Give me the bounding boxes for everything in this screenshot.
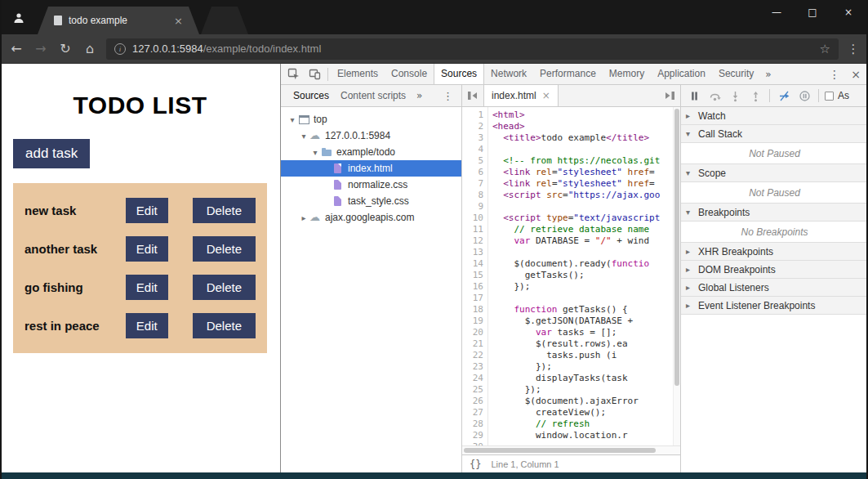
- devtools-tab[interactable]: Application: [651, 64, 712, 84]
- code-line[interactable]: $.getJSON(DATABASE +: [492, 316, 680, 327]
- browser-tab[interactable]: todo example ×: [38, 7, 199, 34]
- section-header[interactable]: ▸ Watch: [681, 107, 868, 125]
- line-number[interactable]: 17: [462, 293, 483, 304]
- devtools-tab[interactable]: Network: [484, 64, 533, 84]
- back-icon[interactable]: ←: [8, 41, 24, 56]
- delete-button[interactable]: Delete: [193, 236, 256, 262]
- maximize-button[interactable]: □: [795, 0, 830, 25]
- code-line[interactable]: <title>todo example</title>: [492, 132, 680, 144]
- code-line[interactable]: $(result.rows).ea: [492, 338, 680, 350]
- code-line[interactable]: function getTasks() {: [492, 304, 680, 316]
- more-tabs-icon[interactable]: »: [760, 69, 776, 80]
- tab-content-scripts[interactable]: Content scripts: [335, 85, 412, 106]
- code-line[interactable]: [492, 293, 680, 304]
- tree-item[interactable]: ▾ example/todo: [281, 144, 461, 160]
- navigator-menu-icon[interactable]: ⋮: [438, 90, 458, 102]
- code-line[interactable]: <html>: [492, 110, 680, 121]
- section-header[interactable]: ▸ XHR Breakpoints: [681, 243, 868, 261]
- file-tab-close-icon[interactable]: ×: [542, 90, 550, 101]
- devtools-tab[interactable]: Performance: [533, 64, 603, 84]
- edit-button[interactable]: Edit: [126, 198, 168, 223]
- step-over-icon[interactable]: [706, 87, 723, 105]
- toggle-navigator-icon[interactable]: [462, 85, 483, 106]
- pause-script-icon[interactable]: [685, 87, 703, 105]
- address-bar[interactable]: i 127.0.0.1:5984/example/todo/index.html…: [106, 38, 839, 60]
- reload-icon[interactable]: ↻: [57, 41, 73, 56]
- line-number[interactable]: 6: [462, 167, 483, 178]
- inspect-element-icon[interactable]: [283, 64, 304, 84]
- line-number[interactable]: 10: [462, 213, 483, 224]
- line-number[interactable]: 29: [462, 430, 483, 441]
- checkbox[interactable]: [825, 92, 834, 101]
- code-line[interactable]: [492, 247, 680, 258]
- line-number[interactable]: 21: [462, 338, 483, 350]
- bookmark-star-icon[interactable]: ☆: [820, 42, 830, 56]
- horizontal-scrollbar[interactable]: [462, 445, 680, 454]
- section-header[interactable]: ▾ Scope: [681, 164, 868, 182]
- code-line[interactable]: <script src="https://ajax.goo: [492, 190, 680, 201]
- tab-sources[interactable]: Sources: [287, 85, 335, 106]
- line-number[interactable]: 19: [462, 316, 483, 327]
- line-number[interactable]: 2: [462, 121, 483, 132]
- section-header[interactable]: ▸ Global Listeners: [681, 279, 868, 297]
- devtools-close-icon[interactable]: ×: [845, 64, 866, 84]
- tree-item[interactable]: ▸ ajax.googleapis.com: [281, 209, 461, 226]
- scrollbar-thumb[interactable]: [674, 109, 679, 386]
- code-line[interactable]: <!-- from https://necolas.git: [492, 155, 680, 167]
- line-number[interactable]: 8: [462, 190, 483, 201]
- code-line[interactable]: <link rel="stylesheet" href=: [492, 178, 680, 190]
- code-line[interactable]: // retrieve database name: [492, 224, 680, 235]
- code-line[interactable]: <head>: [492, 121, 680, 132]
- code-line[interactable]: });: [492, 281, 680, 293]
- line-number[interactable]: 25: [462, 384, 483, 396]
- tree-item[interactable]: ▾ 127.0.0.1:5984: [281, 128, 461, 144]
- line-number[interactable]: 22: [462, 350, 483, 361]
- code-line[interactable]: displayTasks(task: [492, 373, 680, 384]
- code-line[interactable]: var tasks = [];: [492, 327, 680, 338]
- code-line[interactable]: $(document).ajaxError: [492, 396, 680, 407]
- step-out-icon[interactable]: [746, 87, 764, 105]
- close-button[interactable]: ×: [830, 0, 866, 25]
- async-checkbox[interactable]: As: [825, 90, 849, 101]
- code-line[interactable]: createView();: [492, 407, 680, 419]
- delete-button[interactable]: Delete: [193, 198, 256, 223]
- tab-close-icon[interactable]: ×: [174, 15, 183, 27]
- line-number[interactable]: 27: [462, 407, 483, 419]
- disclosure-arrow-icon[interactable]: ▸: [299, 213, 309, 222]
- line-number[interactable]: 16: [462, 281, 483, 293]
- code-line[interactable]: [492, 201, 680, 213]
- line-number[interactable]: 12: [462, 235, 483, 247]
- line-number[interactable]: 23: [462, 361, 483, 373]
- line-number[interactable]: 18: [462, 304, 483, 316]
- line-number[interactable]: 3: [462, 132, 483, 144]
- code-line[interactable]: });: [492, 361, 680, 373]
- vertical-scrollbar[interactable]: [673, 107, 680, 445]
- devtools-menu-icon[interactable]: ⋮: [824, 64, 845, 84]
- device-toolbar-icon[interactable]: [304, 64, 325, 84]
- line-number[interactable]: 4: [462, 144, 483, 155]
- line-number[interactable]: 15: [462, 270, 483, 281]
- code-editor[interactable]: 1234567891011121314151617181920212223242…: [462, 107, 680, 445]
- line-number[interactable]: 26: [462, 396, 483, 407]
- devtools-tab[interactable]: Sources: [434, 64, 484, 84]
- disclosure-arrow-icon[interactable]: ▾: [299, 132, 309, 141]
- code-line[interactable]: getTasks();: [492, 270, 680, 281]
- delete-button[interactable]: Delete: [193, 275, 256, 300]
- code-line[interactable]: <script type="text/javascript: [492, 213, 680, 224]
- toggle-sidebar-icon[interactable]: [659, 85, 680, 106]
- tree-item[interactable]: task_style.css: [281, 193, 461, 209]
- line-number[interactable]: 28: [462, 419, 483, 430]
- line-number[interactable]: 14: [462, 258, 483, 270]
- code-line[interactable]: $(document).ready(functio: [492, 258, 680, 270]
- line-number[interactable]: 1: [462, 110, 483, 121]
- edit-button[interactable]: Edit: [126, 275, 168, 300]
- tree-item[interactable]: normalize.css: [281, 177, 461, 193]
- forward-icon[interactable]: →: [33, 41, 49, 56]
- devtools-tab[interactable]: Security: [712, 64, 760, 84]
- pause-on-exceptions-icon[interactable]: [795, 87, 813, 105]
- deactivate-breakpoints-icon[interactable]: [775, 87, 793, 105]
- devtools-tab[interactable]: Elements: [331, 64, 385, 84]
- section-header[interactable]: ▸ DOM Breakpoints: [681, 261, 868, 279]
- line-number[interactable]: 7: [462, 178, 483, 190]
- section-header[interactable]: ▾ Breakpoints: [681, 204, 868, 222]
